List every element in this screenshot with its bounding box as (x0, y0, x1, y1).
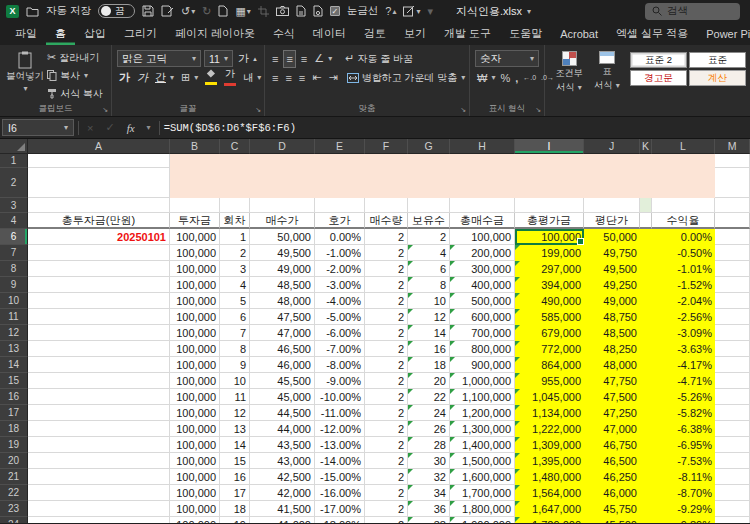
cell-C12[interactable]: 7 (220, 325, 250, 341)
cell-C10[interactable]: 5 (220, 293, 250, 309)
cell-F9[interactable]: 2 (365, 277, 408, 293)
cell-G11[interactable]: 12 (408, 309, 450, 325)
cell-B21[interactable]: 100,000 (170, 469, 220, 485)
cell-H10[interactable]: 500,000 (450, 293, 515, 309)
cell-M16[interactable] (715, 389, 750, 405)
cell-G23[interactable]: 36 (408, 501, 450, 517)
cell-F17[interactable]: 2 (365, 405, 408, 421)
merge-center-button[interactable]: 병합하고 가운데 맞춤▾ (345, 69, 468, 87)
cell-J17[interactable]: 47,250 (584, 405, 640, 421)
align-left-icon[interactable]: ≡ (270, 69, 280, 87)
cell-A16[interactable] (28, 389, 170, 405)
column-header-A[interactable]: A (28, 139, 170, 154)
cell-L21[interactable]: -8.11% (652, 469, 715, 485)
cell-I24[interactable]: 1,729,000 (515, 517, 584, 523)
cell-E20[interactable]: -14.00% (315, 453, 365, 469)
cell-E2[interactable] (315, 168, 365, 198)
search-box[interactable]: 검색 (645, 3, 740, 20)
cell-J12[interactable]: 48,500 (584, 325, 640, 341)
cell-I18[interactable]: 1,222,000 (515, 421, 584, 437)
cell-G10[interactable]: 10 (408, 293, 450, 309)
row-header-8[interactable]: 8 (0, 261, 28, 277)
cell-E15[interactable]: -9.00% (315, 373, 365, 389)
cell-E9[interactable]: -3.00% (315, 277, 365, 293)
cell-H24[interactable]: 1,900,000 (450, 517, 515, 523)
cell-J19[interactable]: 46,750 (584, 437, 640, 453)
row-header-23[interactable]: 23 (0, 501, 28, 517)
cell-K10[interactable] (640, 293, 652, 309)
cell-G8[interactable]: 6 (408, 261, 450, 277)
cell-H12[interactable]: 700,000 (450, 325, 515, 341)
insert-function-icon[interactable]: fx (123, 122, 139, 134)
cell-J14[interactable]: 48,000 (584, 357, 640, 373)
row-header-13[interactable]: 13 (0, 341, 28, 357)
cell-A14[interactable] (28, 357, 170, 373)
cell-M24[interactable] (715, 517, 750, 523)
cell-E12[interactable]: -6.00% (315, 325, 365, 341)
cell-M7[interactable] (715, 245, 750, 261)
cell-J3[interactable] (584, 198, 640, 213)
cell-I20[interactable]: 1,395,000 (515, 453, 584, 469)
redo-icon[interactable]: ↻ (202, 3, 211, 19)
cell-C18[interactable]: 13 (220, 421, 250, 437)
cell-B8[interactable]: 100,000 (170, 261, 220, 277)
cell-L14[interactable]: -4.17% (652, 357, 715, 373)
cell-K19[interactable] (640, 437, 652, 453)
cell-M20[interactable] (715, 453, 750, 469)
cell-I19[interactable]: 1,309,000 (515, 437, 584, 453)
cell-J20[interactable]: 46,500 (584, 453, 640, 469)
cell-D7[interactable]: 49,500 (250, 245, 315, 261)
cell-B4[interactable]: 투자금 (170, 213, 220, 229)
cell-B17[interactable]: 100,000 (170, 405, 220, 421)
cell-D19[interactable]: 43,500 (250, 437, 315, 453)
ribbon-tab[interactable]: Acrobat (551, 22, 607, 45)
cell-C23[interactable]: 18 (220, 501, 250, 517)
cell-I2[interactable] (515, 168, 584, 198)
row-header-14[interactable]: 14 (0, 357, 28, 373)
cell-L12[interactable]: -3.09% (652, 325, 715, 341)
cell-H18[interactable]: 1,300,000 (450, 421, 515, 437)
cell-A22[interactable] (28, 485, 170, 501)
cell-H13[interactable]: 800,000 (450, 341, 515, 357)
accounting-format-button[interactable]: ₩▾ (475, 69, 497, 87)
row-header-15[interactable]: 15 (0, 373, 28, 389)
cell-K3[interactable] (640, 198, 652, 213)
ribbon-tab[interactable]: Power Pivot (697, 22, 750, 45)
cell-F13[interactable]: 2 (365, 341, 408, 357)
bold-button[interactable]: 가 (117, 69, 132, 87)
column-header-K[interactable]: K (640, 139, 652, 154)
row-header-17[interactable]: 17 (0, 405, 28, 421)
cell-B15[interactable]: 100,000 (170, 373, 220, 389)
cell-A1[interactable] (28, 154, 170, 168)
undo-icon[interactable]: ↺▾ (181, 3, 195, 19)
font-name-combo[interactable]: 맑은 고딕▾ (117, 50, 201, 67)
cell-H7[interactable]: 200,000 (450, 245, 515, 261)
cell-E1[interactable] (315, 154, 365, 168)
percent-style-button[interactable]: % (498, 69, 512, 87)
cell-I15[interactable]: 955,000 (515, 373, 584, 389)
cell-A6[interactable]: 20250101 (28, 229, 170, 245)
cell-A17[interactable] (28, 405, 170, 421)
formula-input[interactable]: =SUM($D$6:D6*$F$6:F6) (164, 122, 296, 134)
cell-F21[interactable]: 2 (365, 469, 408, 485)
cut-button[interactable]: ✂잘라내기 (45, 49, 105, 66)
cell-M11[interactable] (715, 309, 750, 325)
cell-K24[interactable] (640, 517, 652, 523)
align-bottom-icon[interactable]: ≡ (299, 50, 309, 68)
cell-D22[interactable]: 42,000 (250, 485, 315, 501)
cell-B20[interactable]: 100,000 (170, 453, 220, 469)
cell-I16[interactable]: 1,045,000 (515, 389, 584, 405)
cell-J6[interactable]: 50,000 (584, 229, 640, 245)
cell-M1[interactable] (715, 154, 750, 168)
cell-B18[interactable]: 100,000 (170, 421, 220, 437)
cell-M2[interactable] (715, 168, 750, 198)
cell-F23[interactable]: 2 (365, 501, 408, 517)
row-header-9[interactable]: 9 (0, 277, 28, 293)
cell-C24[interactable]: 19 (220, 517, 250, 523)
row-header-12[interactable]: 12 (0, 325, 28, 341)
cell-G14[interactable]: 18 (408, 357, 450, 373)
cell-C19[interactable]: 14 (220, 437, 250, 453)
cell-A18[interactable] (28, 421, 170, 437)
column-header-E[interactable]: E (315, 139, 365, 154)
cell-A20[interactable] (28, 453, 170, 469)
